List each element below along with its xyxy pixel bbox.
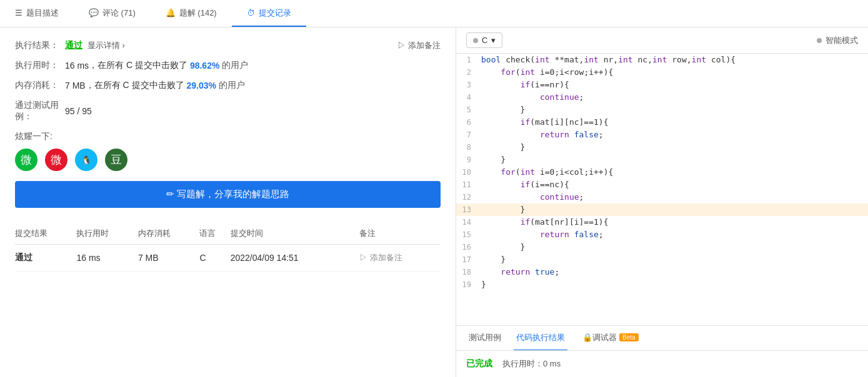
line-number: 19 — [456, 278, 481, 291]
code-line: 1bool check(int **mat,int nr,int nc,int … — [456, 54, 868, 66]
code-line: 8 } — [456, 141, 868, 154]
code-line: 18 return true; — [456, 266, 868, 278]
memory-desc2: 的用户 — [219, 80, 245, 91]
row-submit-time: 2022/04/09 14:51 — [231, 245, 359, 272]
result-status-value: 通过 显示详情 › — [65, 40, 125, 51]
lang-dot-icon — [473, 38, 478, 43]
share-wechat-button[interactable]: 微 — [15, 149, 37, 171]
tab-exec-result[interactable]: 代码执行结果 — [514, 326, 567, 351]
line-number: 3 — [456, 79, 481, 91]
code-line: 13 } — [456, 203, 868, 216]
line-content: if(i==nr){ — [481, 79, 868, 91]
top-tabs-bar: ☰ 题目描述 💬 评论 (71) 🔔 题解 (142) ⏱ 提交记录 — [0, 0, 868, 27]
line-number: 18 — [456, 266, 481, 278]
line-number: 10 — [456, 166, 481, 179]
detail-link[interactable]: 显示详情 › — [87, 40, 125, 51]
line-number: 12 — [456, 191, 481, 203]
tab-exec-result-label: 代码执行结果 — [516, 332, 565, 343]
result-row-memory: 内存消耗： 7 MB ，在所有 C 提交中击败了 29.03% 的用户 — [15, 80, 441, 91]
code-editor-area[interactable]: 1bool check(int **mat,int nr,int nc,int … — [456, 54, 868, 325]
pass-badge[interactable]: 通过 — [65, 40, 82, 51]
table-row: 通过 16 ms 7 MB C 2022/04/09 14:51 ▷ 添加备注 — [15, 245, 441, 272]
smart-mode-label: 智能模式 — [826, 35, 858, 46]
tab-solutions-label: 题解 (142) — [179, 7, 217, 19]
right-panel: C ▾ 智能模式 1bool check(int **mat,int nr,in… — [456, 27, 868, 377]
result-status-label: 执行结果： — [15, 40, 65, 51]
code-editor-header: C ▾ 智能模式 — [456, 27, 868, 54]
col-header-note: 备注 — [359, 223, 441, 245]
result-row-time: 执行用时： 16 ms ，在所有 C 提交中击败了 98.62% 的用户 — [15, 60, 441, 71]
code-line: 14 if(mat[nr][i]==1){ — [456, 216, 868, 228]
memory-percent: 29.03% — [186, 81, 216, 91]
line-number: 6 — [456, 116, 481, 129]
result-row-status: 执行结果： 通过 显示详情 › ▷ 添加备注 — [15, 40, 441, 51]
share-qq-button[interactable]: 🐧 — [75, 149, 97, 171]
code-line: 19} — [456, 278, 868, 291]
submission-table: 提交结果 执行用时 内存消耗 语言 提交时间 备注 通过 16 ms 7 MB … — [15, 223, 441, 272]
line-number: 15 — [456, 228, 481, 241]
share-douban-button[interactable]: 豆 — [105, 149, 127, 171]
line-content: if(i==nc){ — [481, 179, 868, 191]
tab-description-label: 题目描述 — [26, 7, 59, 19]
bottom-result-panel: 已完成 执行用时：0 ms — [456, 350, 868, 377]
line-content: } — [481, 104, 868, 116]
language-selector[interactable]: C ▾ — [466, 32, 502, 48]
tab-testcase[interactable]: 测试用例 — [466, 326, 504, 351]
write-solution-button[interactable]: ✏ 写题解，分享我的解题思路 — [15, 181, 441, 208]
line-number: 11 — [456, 179, 481, 191]
description-icon: ☰ — [15, 8, 22, 17]
col-header-result: 提交结果 — [15, 223, 76, 245]
line-content: return false; — [481, 228, 868, 241]
line-number: 16 — [456, 241, 481, 253]
col-header-memory: 内存消耗 — [138, 223, 199, 245]
code-line: 12 continue; — [456, 191, 868, 203]
tab-description[interactable]: ☰ 题目描述 — [0, 0, 74, 27]
done-badge: 已完成 — [466, 358, 492, 370]
row-result: 通过 — [15, 245, 76, 272]
share-section: 炫耀一下: 微 微 🐧 豆 — [15, 131, 441, 171]
line-content: continue; — [481, 91, 868, 104]
tab-debugger[interactable]: 🔒 调试器 Beta — [577, 326, 641, 351]
row-memory: 7 MB — [138, 245, 199, 272]
col-header-time: 执行用时 — [76, 223, 137, 245]
code-line: 17 } — [456, 253, 868, 266]
add-note-top-button[interactable]: ▷ 添加备注 — [397, 40, 441, 51]
tab-solutions[interactable]: 🔔 题解 (142) — [151, 0, 232, 27]
line-number: 1 — [456, 54, 481, 66]
line-content: } — [481, 253, 868, 266]
time-percent: 98.62% — [190, 61, 219, 71]
code-line: 11 if(i==nc){ — [456, 179, 868, 191]
submissions-icon: ⏱ — [247, 8, 255, 17]
beta-badge: Beta — [619, 333, 639, 341]
time-desc2: 的用户 — [222, 60, 248, 71]
comments-icon: 💬 — [89, 8, 99, 17]
share-weibo-button[interactable]: 微 — [45, 149, 67, 171]
time-value: 16 ms — [65, 61, 89, 71]
result-time-label: 执行用时： — [15, 60, 65, 71]
line-content: continue; — [481, 191, 868, 203]
line-content: for(int i=0;i<col;i++){ — [481, 166, 868, 179]
tab-submissions[interactable]: ⏱ 提交记录 — [232, 0, 306, 27]
main-layout: 执行结果： 通过 显示详情 › ▷ 添加备注 执行用时： 16 ms ，在所有 … — [0, 27, 868, 377]
line-number: 14 — [456, 216, 481, 228]
lock-icon: 🔒 — [582, 333, 592, 342]
tab-testcase-label: 测试用例 — [469, 332, 501, 343]
testcase-label: 通过测试用例： — [15, 100, 65, 122]
row-time: 16 ms — [76, 245, 137, 272]
tab-comments[interactable]: 💬 评论 (71) — [74, 0, 151, 27]
line-number: 5 — [456, 104, 481, 116]
code-line: 4 continue; — [456, 91, 868, 104]
line-number: 17 — [456, 253, 481, 266]
col-header-lang: 语言 — [199, 223, 230, 245]
line-number: 13 — [456, 203, 481, 216]
line-content: } — [481, 278, 868, 291]
tab-submissions-label: 提交记录 — [259, 7, 291, 19]
memory-value: 7 MB — [65, 81, 86, 91]
code-line: 15 return false; — [456, 228, 868, 241]
share-icons: 微 微 🐧 豆 — [15, 149, 441, 171]
row-add-note-button[interactable]: ▷ 添加备注 — [359, 252, 441, 263]
testcase-value: 95 / 95 — [65, 106, 92, 116]
smart-mode-toggle[interactable]: 智能模式 — [817, 35, 858, 46]
left-panel: 执行结果： 通过 显示详情 › ▷ 添加备注 执行用时： 16 ms ，在所有 … — [0, 27, 456, 377]
line-number: 8 — [456, 141, 481, 154]
